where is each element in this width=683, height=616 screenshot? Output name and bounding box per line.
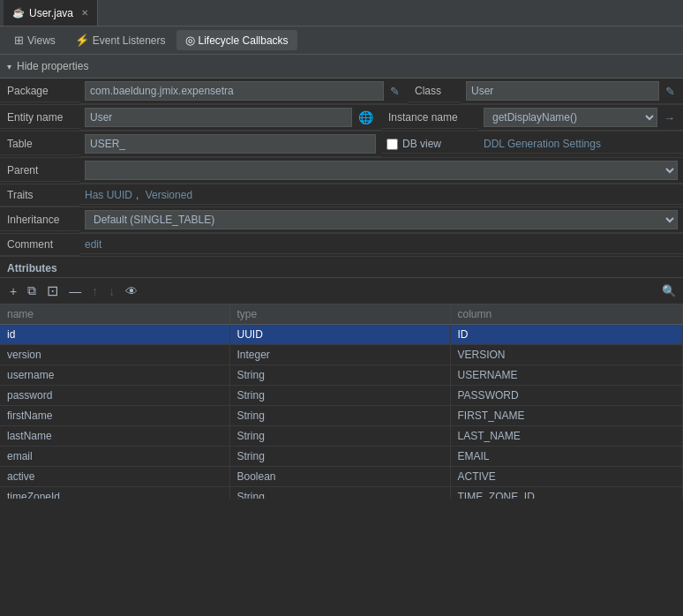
table-row[interactable]: username String USERNAME [0,365,683,386]
table-row[interactable]: active Boolean ACTIVE [0,467,683,487]
parent-label: Parent [0,160,79,182]
table-row[interactable]: id UUID ID [0,325,683,345]
move-up-button[interactable]: ↑ [89,283,101,299]
hide-properties-arrow: ▾ [7,62,11,71]
inheritance-value-cell: Default (SINGLE_TABLE) [79,207,683,233]
views-icon: ⊞ [14,34,24,47]
attributes-table-container: name type column id UUID ID version Inte… [0,304,683,499]
attr-name-cell: username [0,365,229,386]
parent-select[interactable] [85,161,678,180]
copy-attribute-button[interactable]: ⧉ [25,282,39,299]
add-attribute-button[interactable]: + [7,283,19,299]
attr-name-cell: active [0,467,229,487]
ddl-settings-cell: DDL Generation Settings [478,135,683,154]
comment-label: Comment [0,234,79,256]
instance-name-select[interactable]: getDisplayName() [484,108,657,127]
subtab-lifecycle-callbacks[interactable]: ◎ Lifecycle Callbacks [176,30,297,50]
attr-type-cell: String [229,487,450,500]
table-row[interactable]: version Integer VERSION [0,345,683,365]
has-uuid-link[interactable]: Has UUID [85,189,132,201]
subtab-bar: ⊞ Views ⚡ Event Listeners ◎ Lifecycle Ca… [0,26,683,55]
col-header-column: column [450,304,683,325]
event-listeners-icon: ⚡ [75,34,89,47]
attr-column-cell: ID [450,325,683,345]
attr-type-cell: String [229,447,450,467]
package-input[interactable] [85,81,384,101]
class-edit-icon[interactable]: ✎ [663,84,678,99]
remove-attribute-button[interactable]: — [66,283,84,299]
java-icon: ☕ [12,7,25,19]
entity-name-value-cell: 🌐 [79,105,381,131]
table-row[interactable]: email String EMAIL [0,447,683,467]
attr-type-cell: Integer [229,345,450,365]
attr-type-cell: UUID [229,325,450,345]
tab-label: User.java [29,7,73,19]
traits-value-cell: Has UUID , Versioned [79,186,683,205]
col-header-name: name [0,304,229,325]
attr-name-cell: lastName [0,426,229,447]
subtab-lifecycle-callbacks-label: Lifecycle Callbacks [199,34,289,47]
attributes-table: name type column id UUID ID version Inte… [0,304,683,499]
versioned-link[interactable]: Versioned [146,189,192,201]
table-row[interactable]: lastName String LAST_NAME [0,426,683,447]
subtab-event-listeners-label: Event Listeners [93,34,166,47]
table-row[interactable]: timeZoneId String TIME_ZONE_ID [0,487,683,500]
attributes-header: Attributes [0,257,683,278]
tab-bar: ☕ User.java ✕ [0,0,683,26]
table-row[interactable]: firstName String FIRST_NAME [0,406,683,426]
comment-edit-link[interactable]: edit [85,238,101,251]
table-input[interactable] [85,134,376,154]
subtab-views-label: Views [27,34,56,47]
subtab-event-listeners[interactable]: ⚡ Event Listeners [66,30,175,50]
attr-name-cell: firstName [0,406,229,426]
attr-name-cell: version [0,345,229,365]
eye-button[interactable]: 👁 [123,283,140,299]
attr-name-cell: password [0,386,229,406]
inheritance-select[interactable]: Default (SINGLE_TABLE) [85,210,678,229]
attr-column-cell: PASSWORD [450,386,683,406]
attr-type-cell: String [229,365,450,386]
class-value-cell: ✎ [461,79,683,104]
comment-value-cell: edit [79,236,683,254]
new-entity-button[interactable]: ⊡ [44,282,61,300]
entity-name-input[interactable] [85,108,352,127]
attr-name-cell: timeZoneId [0,487,229,500]
hide-properties-toggle[interactable]: ▾ Hide properties [0,55,683,79]
col-header-type: type [229,304,450,325]
entity-name-icon: 🌐 [356,109,376,125]
instance-name-nav-icon[interactable]: → [661,110,678,125]
attr-column-cell: EMAIL [450,447,683,467]
lifecycle-callbacks-icon: ◎ [185,34,195,47]
db-view-cell: DB view [381,135,478,154]
traits-label: Traits [0,184,79,207]
attr-column-cell: USERNAME [450,365,683,386]
subtab-views[interactable]: ⊞ Views [5,30,64,50]
parent-value-cell [79,158,683,184]
attr-name-cell: email [0,447,229,467]
attr-column-cell: ACTIVE [450,467,683,487]
attr-type-cell: String [229,386,450,406]
package-edit-icon[interactable]: ✎ [387,84,402,99]
class-input[interactable] [466,81,659,101]
ddl-settings-link[interactable]: DDL Generation Settings [484,138,601,150]
db-view-label: DB view [402,138,441,150]
inheritance-label: Inheritance [0,209,79,231]
table-label: Table [0,133,79,155]
attributes-toolbar: + ⧉ ⊡ — ↑ ↓ 👁 🔍 [0,278,683,304]
instance-name-value-cell: getDisplayName() → [478,105,683,131]
attr-column-cell: VERSION [450,345,683,365]
search-button[interactable]: 🔍 [662,284,676,297]
tab-user-java[interactable]: ☕ User.java ✕ [4,0,98,26]
table-row[interactable]: password String PASSWORD [0,386,683,406]
attr-type-cell: String [229,406,450,426]
attr-column-cell: FIRST_NAME [450,406,683,426]
attr-column-cell: LAST_NAME [450,426,683,447]
package-value-cell: ✎ [79,79,408,104]
attributes-label: Attributes [7,262,57,274]
table-value-cell [79,131,381,157]
instance-name-label: Instance name [381,107,478,129]
move-down-button[interactable]: ↓ [106,283,117,299]
package-label: Package [0,80,79,102]
db-view-checkbox[interactable] [387,139,398,150]
tab-close-button[interactable]: ✕ [81,8,88,18]
